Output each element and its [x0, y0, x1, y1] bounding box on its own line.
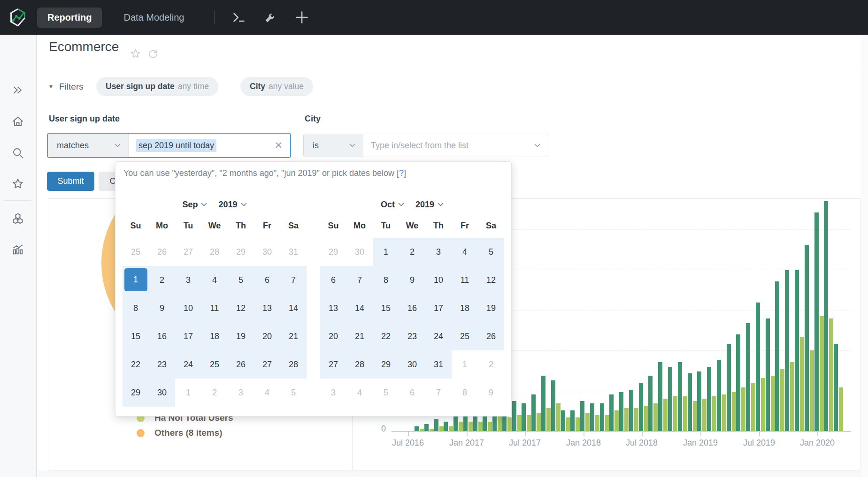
- day-cell[interactable]: 21: [346, 322, 373, 350]
- day-cell[interactable]: 19: [478, 294, 504, 322]
- day-cell[interactable]: 1: [175, 379, 201, 407]
- day-cell[interactable]: 7: [346, 266, 373, 294]
- analytics-icon[interactable]: [11, 243, 24, 256]
- day-cell[interactable]: 23: [399, 322, 425, 350]
- day-cell[interactable]: 24: [425, 322, 452, 350]
- day-cell[interactable]: 6: [399, 379, 425, 407]
- day-cell[interactable]: 26: [149, 238, 175, 266]
- filter-chip-city[interactable]: Cityany value: [240, 77, 313, 96]
- filters-collapse-caret[interactable]: ▾: [49, 83, 53, 90]
- day-cell[interactable]: 21: [280, 322, 307, 350]
- date-operator-dropdown[interactable]: matches: [48, 134, 129, 157]
- terminal-icon[interactable]: [232, 10, 246, 24]
- day-cell[interactable]: 13: [320, 294, 346, 322]
- month-dropdown[interactable]: Sep: [182, 200, 207, 210]
- expand-icon[interactable]: [11, 83, 24, 97]
- day-cell[interactable]: 27: [175, 238, 201, 266]
- day-cell[interactable]: 10: [425, 266, 452, 294]
- day-cell[interactable]: 29: [320, 238, 346, 266]
- day-cell[interactable]: 30: [149, 379, 175, 407]
- day-cell[interactable]: 29: [228, 238, 254, 266]
- city-operator-dropdown[interactable]: is: [304, 134, 363, 157]
- day-cell[interactable]: 11: [452, 266, 478, 294]
- favorite-star-icon[interactable]: [130, 48, 141, 60]
- day-cell[interactable]: 4: [346, 379, 373, 407]
- day-cell[interactable]: 10: [175, 294, 201, 322]
- city-filter-select[interactable]: Type in/select from the list: [363, 134, 548, 157]
- day-cell[interactable]: 16: [399, 294, 425, 322]
- day-cell[interactable]: 18: [452, 294, 478, 322]
- help-link[interactable]: ?: [399, 168, 404, 178]
- day-cell[interactable]: 1: [373, 238, 399, 266]
- day-cell[interactable]: 20: [320, 322, 346, 350]
- search-icon[interactable]: [11, 146, 24, 159]
- day-cell[interactable]: 29: [373, 350, 399, 379]
- day-cell[interactable]: 30: [399, 350, 425, 379]
- tab-reporting[interactable]: Reporting: [37, 8, 102, 28]
- day-cell[interactable]: 13: [254, 294, 280, 322]
- month-dropdown[interactable]: Oct: [381, 200, 404, 210]
- day-cell[interactable]: 4: [201, 266, 228, 294]
- app-logo-icon[interactable]: [9, 8, 27, 27]
- day-cell[interactable]: 5: [373, 379, 399, 407]
- day-cell[interactable]: 4: [452, 238, 478, 266]
- day-cell[interactable]: 30: [254, 238, 280, 266]
- submit-button[interactable]: Submit: [47, 172, 94, 191]
- day-cell[interactable]: 5: [478, 238, 504, 266]
- plus-icon[interactable]: [295, 10, 309, 24]
- day-cell[interactable]: 25: [452, 322, 478, 350]
- day-cell[interactable]: 9: [149, 294, 175, 322]
- refresh-icon[interactable]: [147, 48, 159, 60]
- day-cell[interactable]: 6: [320, 266, 346, 294]
- day-cell[interactable]: 7: [425, 379, 452, 407]
- day-cell[interactable]: 16: [149, 322, 175, 350]
- day-cell[interactable]: 7: [280, 266, 307, 294]
- day-cell[interactable]: 8: [373, 266, 399, 294]
- star-icon[interactable]: [11, 177, 24, 190]
- day-cell[interactable]: 26: [228, 350, 254, 379]
- day-cell[interactable]: 15: [123, 322, 149, 350]
- day-cell[interactable]: 3: [425, 238, 452, 266]
- day-cell[interactable]: 30: [346, 238, 373, 266]
- day-cell[interactable]: 28: [201, 238, 228, 266]
- day-cell[interactable]: 5: [280, 379, 307, 407]
- day-cell[interactable]: 23: [149, 350, 175, 379]
- day-cell[interactable]: 3: [320, 379, 346, 407]
- day-cell[interactable]: 5: [228, 266, 254, 294]
- day-cell[interactable]: 8: [123, 294, 149, 322]
- day-cell[interactable]: 25: [123, 238, 149, 266]
- day-cell[interactable]: 3: [175, 266, 201, 294]
- day-cell[interactable]: 3: [228, 379, 254, 407]
- day-cell[interactable]: 14: [280, 294, 307, 322]
- day-cell[interactable]: 27: [320, 350, 346, 379]
- day-cell[interactable]: 9: [399, 266, 425, 294]
- day-cell[interactable]: 25: [201, 350, 228, 379]
- home-icon[interactable]: [11, 115, 24, 128]
- day-cell[interactable]: 29: [123, 379, 149, 407]
- day-cell[interactable]: 31: [425, 350, 452, 379]
- day-cell[interactable]: 19: [228, 322, 254, 350]
- day-cell[interactable]: 15: [373, 294, 399, 322]
- day-cell[interactable]: 1: [123, 266, 149, 294]
- day-cell[interactable]: 28: [280, 350, 307, 379]
- day-cell[interactable]: 22: [373, 322, 399, 350]
- day-cell[interactable]: 2: [201, 379, 228, 407]
- day-cell[interactable]: 18: [201, 322, 228, 350]
- day-cell[interactable]: 24: [175, 350, 201, 379]
- legend-item[interactable]: Others (8 items): [137, 428, 223, 438]
- year-dropdown[interactable]: 2019: [415, 200, 444, 210]
- day-cell[interactable]: 1: [452, 350, 478, 379]
- day-cell[interactable]: 11: [201, 294, 228, 322]
- day-cell[interactable]: 12: [478, 266, 504, 294]
- tab-data-modeling[interactable]: Data Modeling: [113, 8, 194, 28]
- day-cell[interactable]: 17: [175, 322, 201, 350]
- day-cell[interactable]: 17: [425, 294, 452, 322]
- day-cell[interactable]: 12: [228, 294, 254, 322]
- day-cell[interactable]: 26: [478, 322, 504, 350]
- wrench-icon[interactable]: [263, 10, 277, 24]
- filter-chip-user-sign-up-date[interactable]: User sign up dateany time: [96, 77, 218, 96]
- day-cell[interactable]: 8: [452, 379, 478, 407]
- date-filter-input[interactable]: sep 2019 until today ✕: [129, 134, 290, 157]
- day-cell[interactable]: 27: [254, 350, 280, 379]
- day-cell[interactable]: 2: [478, 350, 504, 379]
